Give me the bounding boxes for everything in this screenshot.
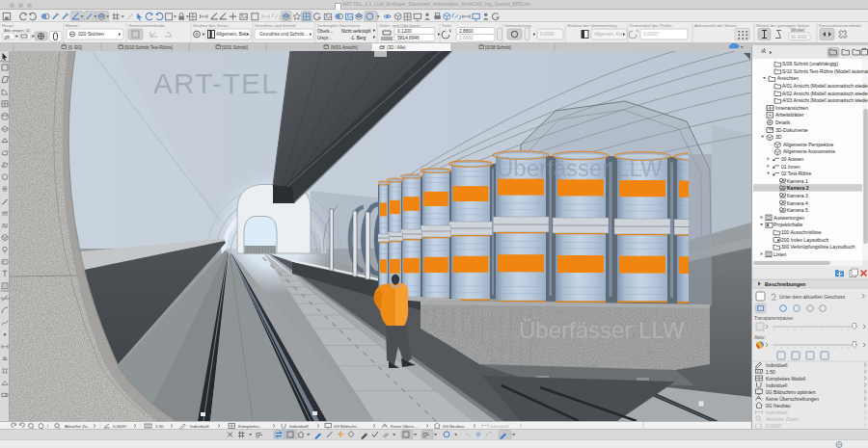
svg-text:0G Bildschirm optimiert: 0G Bildschirm optimiert: [766, 389, 816, 395]
svg-text:3D-Dokumente: 3D-Dokumente: [775, 127, 808, 133]
svg-text:Tiefe: Tiefe: [442, 23, 451, 28]
svg-text:Individuell: Individuell: [766, 382, 787, 388]
svg-text:Ummantelung:: Ummantelung:: [504, 23, 532, 28]
svg-text:Kamera 2: Kamera 2: [787, 185, 809, 191]
svg-text:Datum: Datum: [1, 289, 10, 293]
svg-text:Komplettes Modell: Komplettes Modell: [766, 376, 805, 382]
svg-text:Allgemeine Perspektive: Allgemeine Perspektive: [783, 142, 833, 147]
svg-text:Allgemeine Axonometrie: Allgemeine Axonometrie: [783, 148, 835, 154]
svg-text:Keine Überschreibungen: Keine Überschreibungen: [766, 396, 819, 402]
svg-text:-1. Berg: -1. Berg: [350, 36, 366, 40]
svg-text:Aktueller Zoom: Aktueller Zoom: [766, 416, 799, 422]
svg-text:Drehwinkel des Profils:: Drehwinkel des Profils:: [630, 23, 673, 28]
svg-text:Listen: Listen: [773, 251, 787, 257]
svg-text:Verknüpfte Geschosse: Verknüpfte Geschosse: [317, 23, 361, 28]
svg-text:Aktiv:: Aktiv:: [754, 335, 766, 340]
svg-text:00 Aussen: 00 Aussen: [781, 156, 804, 162]
svg-text:Kamera 1: Kamera 1: [787, 178, 808, 184]
svg-text:Nicht verknüpft: Nicht verknüpft: [341, 29, 371, 34]
svg-text:Beschreibungen: Beschreibungen: [765, 281, 805, 287]
svg-text:Urspr...: Urspr...: [317, 36, 332, 40]
svg-text:Sichten: Sichten: [1, 297, 11, 301]
svg-text:0.0000: 0.0000: [540, 32, 555, 37]
svg-text:Kamera 4: Kamera 4: [787, 200, 808, 206]
svg-text:Innenansichten: Innenansichten: [775, 105, 808, 111]
svg-text:Ebene:: Ebene:: [66, 23, 79, 28]
svg-text:(3D / Alle): (3D / Alle): [387, 45, 406, 50]
svg-text:Ankerpunkt der Stütze:: Ankerpunkt der Stütze:: [694, 23, 738, 28]
svg-text:Alle zeigen: 11: Alle zeigen: 11: [4, 28, 31, 33]
svg-text:Grundriss und Schnitt...: Grundriss und Schnitt...: [259, 32, 308, 37]
svg-text:0G Neubau: 0G Neubau: [766, 403, 791, 408]
svg-text:Transparenzpause:: Transparenzpause:: [754, 316, 794, 321]
svg-text:Individuell: Individuell: [766, 409, 787, 415]
svg-text:Überfässer LLW: Überfässer LLW: [519, 317, 685, 343]
svg-text:S/10 Schnitt Test-Röhre (Model: S/10 Schnitt Test-Röhre (Modell automati…: [782, 68, 868, 74]
svg-text:2.8800: 2.8800: [459, 29, 474, 34]
svg-text:Allgemein, Bek...: Allgemein, Bek...: [216, 32, 251, 37]
svg-text:Oberk...: Oberk...: [317, 29, 333, 34]
svg-text:020 Stützen: 020 Stützen: [78, 31, 104, 37]
svg-text:Unter dem aktuellen Geschoss: Unter dem aktuellen Geschoss: [779, 294, 846, 300]
svg-text:[0. EG]: [0. EG]: [68, 45, 82, 50]
svg-text:5814.8946: 5814.8946: [397, 36, 420, 40]
svg-text:90.0000°: 90.0000°: [791, 35, 809, 40]
svg-text:Struktur der Ummantelung:: Struktur der Ummantelung:: [567, 23, 618, 28]
svg-text:gik: gik: [5, 35, 12, 40]
svg-text:Überfässer LLW: Überfässer LLW: [497, 155, 663, 181]
svg-text:Kamera 5: Kamera 5: [787, 207, 808, 213]
svg-text:100 Ausschnittliste: 100 Ausschnittliste: [781, 229, 822, 235]
svg-text:A/01 Ansicht (Modell automatis: A/01 Ansicht (Modell automatisch wieder …: [782, 83, 868, 89]
svg-text:Struktur des Kerns:: Struktur des Kerns:: [193, 23, 230, 28]
svg-text:Grundriss und Schnitt: Grundriss und Schnitt: [255, 23, 296, 28]
svg-text:Planer: Planer: [1, 60, 10, 64]
svg-text:02 Test-Röhre: 02 Test-Röhre: [781, 171, 812, 176]
svg-text:0.0000°: 0.0000°: [643, 32, 660, 37]
svg-text:Ansichten: Ansichten: [777, 75, 799, 81]
svg-text:1:50: 1:50: [766, 369, 775, 375]
svg-text:Auswertungen: Auswertungen: [773, 215, 804, 221]
svg-text:Kamera 3: Kamera 3: [787, 193, 808, 198]
svg-text:Allgemein, Kon...: Allgemein, Kon...: [594, 32, 628, 37]
svg-text:Konstruktionsmethode:: Konstruktionsmethode:: [819, 23, 862, 28]
svg-text:A/03 Ansicht (Modell automatis: A/03 Ansicht (Modell automatisch wieder …: [782, 97, 868, 103]
svg-text:ART-TEL: ART-TEL: [153, 67, 279, 99]
svg-text:Winkel:: Winkel:: [791, 28, 805, 33]
svg-text:Individuell: Individuell: [766, 362, 787, 368]
svg-text:[S/01 Schnitt]: [S/01 Schnitt]: [222, 45, 248, 50]
svg-text:Details: Details: [775, 119, 791, 125]
svg-text:[S/10 Schnitt Test-Röhre]: [S/10 Schnitt Test-Röhre]: [124, 45, 173, 50]
svg-text:0,0000°: 0,0000°: [766, 423, 782, 429]
svg-text:Unter- und Oberkante: Unter- und Oberkante: [379, 23, 420, 28]
svg-text:[S/08 Schnitt]: [S/08 Schnitt]: [485, 45, 511, 50]
svg-text:2.6600: 2.6600: [459, 36, 474, 40]
svg-text:A/02 Ansicht (Modell automatis: A/02 Ansicht (Modell automatisch wieder …: [782, 91, 868, 96]
svg-text:Arbeitsblätter: Arbeitsblätter: [775, 112, 804, 118]
svg-text:Projektinhalte: Projektinhalte: [773, 222, 803, 227]
svg-text:300 Verknüpfungsliste Layoutb: 300 Verknüpfungsliste Layoutbuch: [781, 244, 855, 250]
svg-text:01 Innen: 01 Innen: [781, 164, 800, 170]
svg-text:0.1200: 0.1200: [397, 29, 412, 34]
svg-text:[N/01 Ansicht]: [N/01 Ansicht]: [331, 45, 358, 50]
svg-text:Geometriemethode:: Geometriemethode:: [128, 23, 166, 28]
svg-text:S/09 Schnitt (unabhängig): S/09 Schnitt (unabhängig): [782, 61, 838, 66]
svg-text:3D: 3D: [775, 134, 782, 140]
svg-text:200 Index Layoutbuch: 200 Index Layoutbuch: [781, 237, 828, 243]
